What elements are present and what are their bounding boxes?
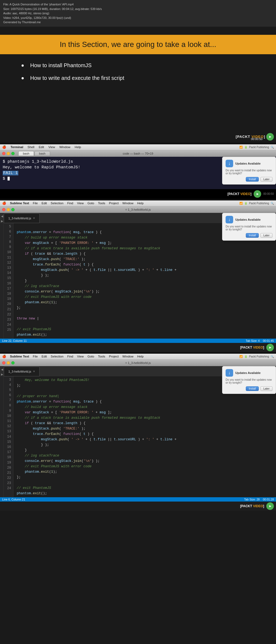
sublime2-tab-close[interactable]: ✕ [33,370,35,373]
terminal-play-button[interactable] [254,190,261,198]
sublime1-play-button[interactable] [266,344,274,351]
code1-line-23 [17,321,273,327]
sublime1-menu-selection[interactable]: Selection [51,202,63,205]
sublime1-apple-menu[interactable]: 🍎 [2,201,6,205]
search-icon[interactable]: 🔍 [271,146,274,149]
menu-shell[interactable]: Shell [27,145,34,149]
terminal-notification: ↓ Updates Available Do you want to insta… [222,157,276,185]
sublime1-minimize-button[interactable] [7,208,10,211]
sublime2-maximize-button[interactable] [11,361,15,364]
sublime2-tab-label: 1_3-helloWorld.js [8,370,31,373]
sublime2-close-button[interactable] [2,361,5,364]
ln2-16: 16 [6,445,11,450]
sublime2-notif-header: ↓ Updates Available [226,369,272,377]
ln-19: 19 [6,297,11,302]
sublime2-minimize-button[interactable] [7,361,10,364]
sublime2-menu-file[interactable]: File [33,355,38,358]
sublime1-menu-edit[interactable]: Edit [42,202,47,205]
sublime2-file-tab-1[interactable]: 1_3-helloWorld.js ✕ [4,367,40,376]
code2-line-7: phantom.onerror = function( msg, trace )… [17,399,273,404]
terminal-titlebar: bash bash code — bash — 70×19 [0,150,276,157]
sublime1-tab-label: 1_3-helloWorld.js [8,217,31,220]
play-button[interactable] [266,133,274,141]
sublime1-title: = 1_3-helloWorld.js [125,208,151,211]
sublime2-menubar-right: 📶 🔋 Packt Publishing 🔍 [239,355,274,358]
sublime2-search-icon[interactable]: 🔍 [271,355,274,358]
sublime1-titlebar: = 1_3-helloWorld.js [0,206,276,213]
close-button[interactable] [2,152,5,155]
sublime2-apple-menu[interactable]: 🍎 [2,355,6,358]
sublime1-time: 00:01:45 [263,339,274,342]
ln2-18: 18 [6,455,11,460]
sublime2-wifi-icon: 📶 [239,355,243,358]
sublime2-menu-edit[interactable]: Edit [42,355,47,358]
notif-install-button[interactable]: Install [246,177,259,182]
ln-7: 7 [6,234,11,240]
sublime2-menu-find[interactable]: Find [67,355,73,358]
sublime1-menu-find[interactable]: Find [67,202,73,205]
sublime1-notif-later[interactable]: Later [260,233,272,238]
sublime2-menu-project[interactable]: Project [109,355,119,358]
sublime1-menu-file[interactable]: File [33,202,38,205]
ln2-9: 9 [6,408,11,414]
ln-23: 23 [6,317,11,322]
sublime1-tab-close[interactable]: ✕ [33,217,35,220]
menu-edit[interactable]: Edit [39,145,44,149]
sublime2-packt-label: Packt Publishing [249,355,269,358]
notif-later-button[interactable]: Later [260,177,272,182]
sublime1-file-tab-1[interactable]: 1_3-helloWorld.js ✕ [4,213,40,223]
sublime2-play-button[interactable] [266,502,274,510]
sublime2-menu-selection[interactable]: Selection [51,355,63,358]
bullet-text-2: How to write and execute the first scrip… [30,75,124,81]
sublime1-menu-app[interactable]: Sublime Text [10,202,29,205]
sublime1-menu-window[interactable]: Window [122,202,133,205]
code2-line-21: }; [17,475,273,480]
ln-15: 15 [6,276,11,281]
menu-view[interactable]: View [48,145,55,149]
sublime2-status-left: Line 6, Column 21 [2,498,25,501]
apple-menu[interactable]: 🍎 [2,145,6,149]
code2-line-15: } ); [17,442,273,448]
terminal-tab-2[interactable]: bash [34,151,50,156]
sublime1-menu-help[interactable]: Help [137,202,144,205]
sublime1-notif-install[interactable]: Install [246,233,259,238]
metadata-filename: File: A Quick Demonstration of the 'phan… [3,2,273,7]
bullet-2: How to write and execute the first scrip… [22,75,254,81]
sublime1-menu-view[interactable]: View [77,202,84,205]
sublime1-menu-tools[interactable]: Tools [98,202,105,205]
sublime2-code-editor[interactable]: 3 4 5 6 7 8 9 10 11 12 13 14 15 16 17 18… [0,376,276,497]
menu-terminal[interactable]: Terminal [11,145,23,149]
ln2-7: 7 [6,398,11,403]
sublime2-menu-help[interactable]: Help [137,355,144,358]
code2-line-8: // build up error message stack [17,404,273,410]
sublime2-notif-later[interactable]: Later [260,386,272,391]
sublime2-code-content[interactable]: Hey, welcome to Rapid PhantomJS! ); // p… [13,376,276,497]
sublime1-menu-goto[interactable]: Goto [87,202,94,205]
ln-20: 20 [6,302,11,307]
sublime2-menu-view[interactable]: View [77,355,84,358]
sublime1-footer: [PACKT VIDEO] [0,343,276,352]
bullet-dot-1 [22,64,24,67]
terminal-tab-1[interactable]: bash [18,151,34,156]
menu-help[interactable]: Help [75,145,81,149]
sublime2-menu-tools[interactable]: Tools [98,355,105,358]
sublime2-notif-install[interactable]: Install [246,386,259,391]
menu-window[interactable]: Window [59,145,70,149]
sublime1-notification: ↓ Updates Available Do you want to insta… [222,213,276,241]
minimize-button[interactable] [7,152,10,155]
sublime2-menu-app[interactable]: Sublime Text [10,355,29,358]
sublime1-menu-project[interactable]: Project [109,202,119,205]
code1-line-20: }; [17,305,273,311]
sublime2-menu-window[interactable]: Window [122,355,133,358]
ln2-19: 19 [6,460,11,465]
sublime1-maximize-button[interactable] [11,208,15,211]
maximize-button[interactable] [11,152,15,155]
sublime-window-2: 🍎 Sublime Text File Edit Selection Find … [0,354,276,511]
code1-line-10: if ( trace && trace.length ) { [17,251,273,257]
code2-line-11: if ( trace && trace.length ) { [17,421,273,426]
sublime2-menu-goto[interactable]: Goto [87,355,94,358]
code1-line-13: msgStack.push( ' -> ' + ( t.file || t.so… [17,267,273,273]
sublime1-search-icon[interactable]: 🔍 [271,202,274,205]
metadata-generated: Generated by Thumbnail.me [3,20,273,25]
sublime1-close-button[interactable] [2,208,5,211]
